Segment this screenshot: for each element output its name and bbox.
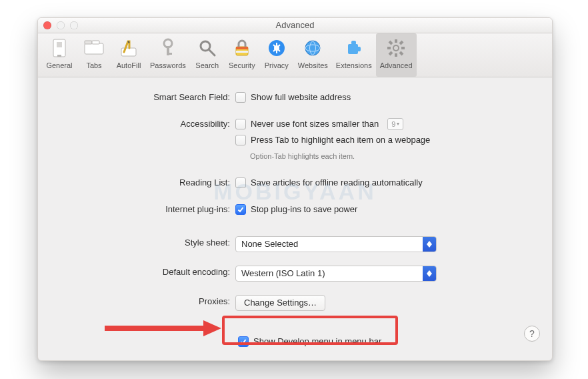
tabs-icon xyxy=(83,37,105,59)
press-tab-checkbox[interactable]: Press Tab to highlight each item on a we… xyxy=(235,133,430,147)
tab-general[interactable]: General xyxy=(42,33,77,77)
tab-security[interactable]: Security xyxy=(225,33,259,77)
websites-icon xyxy=(302,37,323,59)
svg-rect-19 xyxy=(348,44,358,54)
checkbox-label: Press Tab to highlight each item on a we… xyxy=(251,133,430,147)
preferences-window: Advanced General Tabs AutoFill xyxy=(37,17,553,361)
checkbox-label: Never use font sizes smaller than xyxy=(251,117,379,131)
svg-rect-14 xyxy=(236,51,248,53)
tab-label: AutoFill xyxy=(117,60,141,70)
change-settings-button[interactable]: Change Settings… xyxy=(235,295,325,311)
svg-rect-13 xyxy=(236,47,248,49)
checkbox-label: Stop plug-ins to save power xyxy=(251,203,357,216)
titlebar: Advanced xyxy=(38,18,552,33)
svg-line-11 xyxy=(209,50,215,55)
tab-label: Passwords xyxy=(150,60,186,70)
svg-rect-5 xyxy=(92,41,99,44)
checkbox-box xyxy=(235,204,246,215)
accessibility-label: Accessibility: xyxy=(51,117,235,131)
tab-label: Advanced xyxy=(380,60,413,70)
tab-label: Tabs xyxy=(86,60,101,70)
extensions-icon xyxy=(343,37,365,59)
reading-list-label: Reading List: xyxy=(51,176,235,190)
style-sheet-select[interactable]: None Selected xyxy=(235,236,437,252)
font-size-stepper[interactable]: 9 ▾ xyxy=(387,118,403,130)
passwords-icon xyxy=(157,37,179,59)
annotation-arrow-icon xyxy=(105,320,221,336)
svg-point-10 xyxy=(201,41,210,51)
tab-privacy[interactable]: Privacy xyxy=(259,33,294,77)
svg-rect-9 xyxy=(167,53,172,55)
svg-rect-20 xyxy=(357,47,361,51)
svg-marker-35 xyxy=(427,274,432,277)
default-encoding-label: Default encoding: xyxy=(51,266,235,279)
smart-search-label: Smart Search Field: xyxy=(51,91,235,104)
never-smaller-checkbox[interactable]: Never use font sizes smaller than xyxy=(235,117,379,131)
tab-search[interactable]: Search xyxy=(190,33,225,77)
checkbox-label: Save articles for offline reading automa… xyxy=(251,176,423,190)
checkbox-box xyxy=(235,119,246,129)
svg-rect-1 xyxy=(57,42,62,47)
svg-marker-37 xyxy=(203,320,221,336)
advanced-panel: MOBIGYAAN Smart Search Field: Show full … xyxy=(38,77,552,352)
preferences-toolbar: General Tabs AutoFill Passwords xyxy=(38,33,552,77)
advanced-icon xyxy=(385,37,407,59)
svg-rect-3 xyxy=(85,43,103,54)
checkbox-box xyxy=(235,92,246,103)
security-icon xyxy=(231,37,253,59)
svg-line-29 xyxy=(400,41,403,44)
select-value: Western (ISO Latin 1) xyxy=(236,267,423,280)
svg-point-31 xyxy=(394,46,398,50)
tab-label: Privacy xyxy=(265,60,289,70)
svg-line-30 xyxy=(389,52,392,55)
stepper-arrows-icon: ▾ xyxy=(397,117,399,131)
select-arrows-icon xyxy=(423,237,436,252)
select-value: None Selected xyxy=(236,238,423,251)
search-icon xyxy=(197,37,218,59)
tab-advanced[interactable]: Advanced xyxy=(376,33,417,77)
window-title: Advanced xyxy=(38,18,552,33)
font-size-value: 9 xyxy=(391,117,395,131)
tab-autofill[interactable]: AutoFill xyxy=(111,33,146,77)
stop-plugins-checkbox[interactable]: Stop plug-ins to save power xyxy=(235,203,357,216)
svg-rect-4 xyxy=(85,41,92,44)
svg-rect-2 xyxy=(57,55,61,57)
button-label: Change Settings… xyxy=(244,296,317,310)
save-offline-checkbox[interactable]: Save articles for offline reading automa… xyxy=(235,176,423,190)
checkbox-box xyxy=(235,135,246,145)
tab-extensions[interactable]: Extensions xyxy=(332,33,376,77)
help-button[interactable]: ? xyxy=(524,326,540,342)
style-sheet-label: Style sheet: xyxy=(51,236,235,250)
svg-marker-33 xyxy=(427,244,432,248)
tab-label: Search xyxy=(195,60,219,70)
tab-label: Security xyxy=(229,60,255,70)
checkbox-label: Show full website address xyxy=(251,91,351,104)
svg-point-17 xyxy=(305,41,320,55)
tab-websites[interactable]: Websites xyxy=(294,33,332,77)
svg-point-16 xyxy=(274,45,279,51)
svg-rect-21 xyxy=(351,41,356,45)
tab-label: Websites xyxy=(298,60,328,70)
privacy-icon xyxy=(266,37,287,59)
annotation-highlight xyxy=(222,316,398,345)
show-full-address-checkbox[interactable]: Show full website address xyxy=(235,91,351,104)
accessibility-hint: Option-Tab highlights each item. xyxy=(250,149,355,163)
tab-label: General xyxy=(46,60,72,70)
tab-passwords[interactable]: Passwords xyxy=(146,33,190,77)
svg-line-27 xyxy=(389,41,392,44)
autofill-icon xyxy=(118,37,139,59)
checkbox-box xyxy=(235,177,246,188)
select-arrows-icon xyxy=(423,266,436,281)
svg-line-28 xyxy=(400,52,403,55)
plugins-label: Internet plug-ins: xyxy=(51,203,235,216)
help-icon: ? xyxy=(529,328,535,339)
tab-label: Extensions xyxy=(336,60,372,70)
tab-tabs[interactable]: Tabs xyxy=(77,33,111,77)
proxies-label: Proxies: xyxy=(51,295,235,308)
default-encoding-select[interactable]: Western (ISO Latin 1) xyxy=(235,266,437,282)
svg-rect-0 xyxy=(53,39,65,57)
general-icon xyxy=(49,37,70,59)
